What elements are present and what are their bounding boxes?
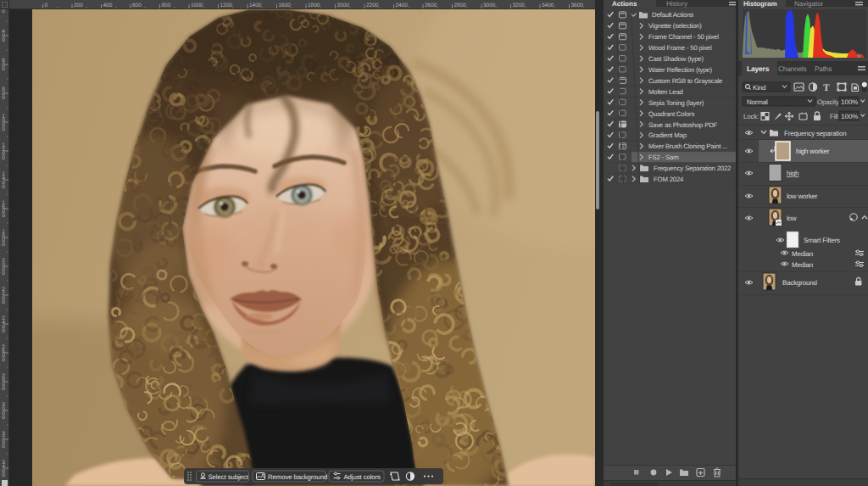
svg-text:2600: 2600: [425, 3, 437, 8]
svg-text:0: 0: [2, 155, 5, 161]
svg-text:3200: 3200: [513, 3, 526, 8]
svg-text:0: 0: [2, 386, 5, 392]
svg-text:1400: 1400: [249, 3, 262, 8]
svg-text:0: 0: [2, 126, 5, 132]
svg-text:FS2 - Sam: FS2 - Sam: [648, 154, 678, 161]
svg-text:Smart Filters: Smart Filters: [804, 237, 840, 244]
svg-text:3400: 3400: [542, 3, 554, 8]
svg-text:Paths: Paths: [815, 64, 832, 73]
svg-text:Histogram: Histogram: [743, 0, 777, 8]
svg-text:0: 0: [2, 8, 5, 14]
svg-text:0: 0: [2, 271, 5, 277]
svg-text:Actions: Actions: [612, 0, 637, 8]
svg-text:400: 400: [103, 3, 113, 8]
svg-text:Vignette (selection): Vignette (selection): [648, 22, 702, 30]
svg-text:Frequency separation: Frequency separation: [784, 130, 846, 137]
svg-text:0: 0: [2, 299, 5, 305]
svg-text:1200: 1200: [220, 3, 233, 8]
svg-text:0: 0: [2, 242, 5, 248]
svg-text:Median: Median: [792, 250, 813, 258]
svg-text:3600: 3600: [571, 3, 584, 8]
svg-text:800: 800: [162, 3, 171, 8]
svg-text:Remove background: Remove background: [268, 473, 327, 481]
svg-text:Custom RGB to Grayscale: Custom RGB to Grayscale: [648, 77, 722, 85]
svg-text:Frame Channel - 50 pixel: Frame Channel - 50 pixel: [648, 33, 719, 41]
svg-text:Channels: Channels: [778, 64, 807, 73]
svg-text:Sepia Toning (layer): Sepia Toning (layer): [648, 99, 704, 107]
svg-text:0: 0: [2, 95, 5, 101]
svg-text:0: 0: [2, 184, 5, 190]
svg-text:Median: Median: [792, 261, 813, 269]
svg-text:0: 0: [2, 472, 5, 478]
svg-text:Background: Background: [782, 279, 817, 287]
svg-text:Normal: Normal: [747, 98, 768, 106]
svg-text:Molten Lead: Molten Lead: [648, 88, 683, 96]
svg-text:History: History: [666, 0, 687, 8]
svg-text:Opacity:: Opacity:: [817, 98, 841, 106]
svg-text:2400: 2400: [396, 3, 409, 8]
svg-text:0: 0: [2, 66, 5, 72]
svg-text:Select subject: Select subject: [209, 473, 249, 481]
svg-text:Frequency Separation 2022: Frequency Separation 2022: [654, 165, 731, 172]
svg-text:Fill:: Fill:: [830, 113, 839, 120]
svg-text:high: high: [787, 170, 798, 177]
svg-text:low: low: [787, 215, 797, 222]
svg-text:0: 0: [2, 328, 5, 334]
svg-text:0: 0: [2, 444, 5, 450]
svg-text:Water Reflection (type): Water Reflection (type): [648, 66, 712, 74]
svg-text:Quadrant Colors: Quadrant Colors: [648, 110, 695, 118]
svg-text:2200: 2200: [366, 3, 379, 8]
svg-text:Wood Frame - 50 pixel: Wood Frame - 50 pixel: [648, 44, 712, 52]
svg-text:Layers: Layers: [747, 64, 770, 73]
svg-text:1000: 1000: [191, 3, 203, 8]
svg-text:3000: 3000: [483, 3, 496, 8]
svg-text:2800: 2800: [454, 3, 467, 8]
svg-text:0: 0: [2, 213, 5, 219]
svg-text:0: 0: [45, 3, 48, 8]
svg-text:2000: 2000: [337, 3, 350, 8]
svg-text:600: 600: [132, 3, 142, 8]
svg-text:Navigator: Navigator: [794, 0, 824, 8]
svg-text:Lock:: Lock:: [743, 113, 759, 120]
svg-text:Cast Shadow (type): Cast Shadow (type): [648, 55, 704, 63]
svg-text:Kind: Kind: [753, 84, 765, 92]
svg-text:1800: 1800: [308, 3, 320, 8]
svg-text:0: 0: [2, 415, 5, 421]
svg-text:1600: 1600: [279, 3, 292, 8]
svg-text:FOM 2024: FOM 2024: [654, 176, 684, 183]
svg-text:Gradient Map: Gradient Map: [648, 131, 687, 139]
svg-text:100%: 100%: [841, 113, 858, 120]
svg-text:Save as Photoshop PDF: Save as Photoshop PDF: [648, 121, 718, 129]
svg-text:Adjust colors: Adjust colors: [344, 473, 381, 481]
svg-text:T: T: [823, 83, 830, 93]
svg-text:200: 200: [74, 3, 83, 8]
svg-text:low worker: low worker: [787, 193, 818, 200]
svg-text:100%: 100%: [841, 98, 858, 106]
svg-text:Mixer Brush Cloning Paint ...: Mixer Brush Cloning Paint ...: [648, 142, 727, 150]
svg-text:Default Actions: Default Actions: [652, 11, 693, 19]
svg-text:high worker: high worker: [796, 148, 830, 155]
svg-text:0: 0: [2, 37, 5, 43]
svg-text:0: 0: [2, 357, 5, 363]
